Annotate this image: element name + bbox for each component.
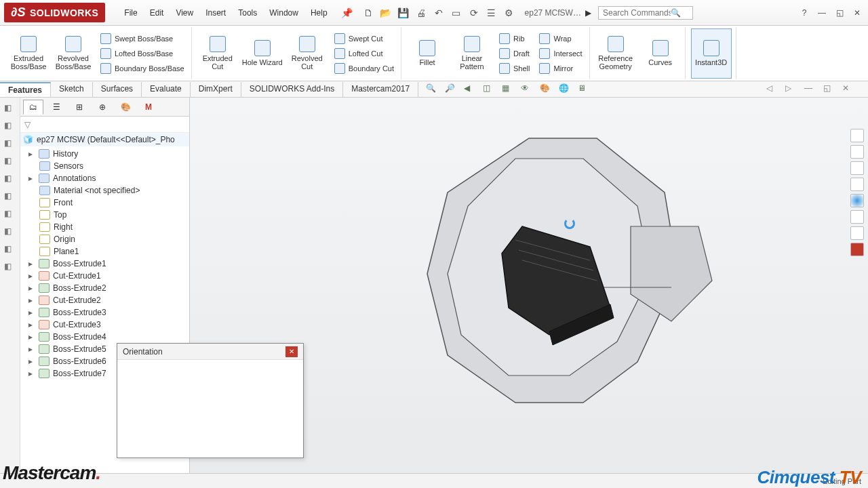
- tree-filter[interactable]: ▽: [20, 117, 189, 133]
- play-icon[interactable]: ▶: [585, 8, 591, 18]
- tree-item[interactable]: Plane1: [20, 245, 189, 258]
- ribbon-button-small[interactable]: Boundary Cut: [332, 62, 397, 75]
- tree-item[interactable]: Front: [20, 197, 189, 209]
- home-view-icon[interactable]: [850, 129, 864, 142]
- rail-icon[interactable]: ◧: [4, 138, 16, 150]
- ribbon-button-small[interactable]: Swept Cut: [332, 32, 397, 45]
- menu-insert[interactable]: Insert: [200, 5, 231, 20]
- tree-tab-dim[interactable]: ⊕: [92, 100, 113, 115]
- search-input[interactable]: [603, 8, 671, 18]
- ribbon-button[interactable]: Revolved Cut: [287, 28, 328, 79]
- tree-item[interactable]: ▸Annotations: [20, 172, 189, 184]
- side-icon[interactable]: [850, 243, 864, 256]
- expand-icon[interactable]: ▸: [27, 344, 34, 354]
- menu-file[interactable]: File: [119, 5, 142, 20]
- rail-icon[interactable]: ◧: [4, 262, 16, 274]
- tree-item[interactable]: Right: [20, 221, 189, 233]
- tree-item[interactable]: ▸Cut-Extrude1: [20, 270, 189, 282]
- tree-item[interactable]: ▸Boss-Extrude4: [20, 331, 189, 343]
- iso-view-icon[interactable]: [850, 145, 864, 159]
- expand-icon[interactable]: ▸: [27, 320, 34, 329]
- tree-item[interactable]: ▸History: [20, 148, 189, 160]
- select-icon[interactable]: ▭: [450, 7, 462, 19]
- tree-item[interactable]: ▸Boss-Extrude1: [20, 258, 189, 270]
- menu-help[interactable]: Help: [305, 5, 333, 20]
- ribbon-button-small[interactable]: Lofted Cut: [332, 47, 397, 60]
- ribbon-button-small[interactable]: Draft: [496, 47, 532, 60]
- options-icon[interactable]: ☰: [486, 7, 498, 19]
- help-icon[interactable]: ?: [797, 7, 811, 19]
- tree-item[interactable]: ▸Cut-Extrude3: [20, 319, 189, 331]
- tree-root[interactable]: 🧊 ep27 MCfSW (Default<<Default>_Pho: [20, 133, 189, 146]
- rail-icon[interactable]: ◧: [4, 103, 16, 115]
- expand-icon[interactable]: ▸: [27, 369, 34, 378]
- tree-item[interactable]: Sensors: [20, 160, 189, 172]
- expand-icon[interactable]: ▸: [27, 332, 34, 342]
- ribbon-button-small[interactable]: Lofted Boss/Base: [98, 47, 187, 60]
- ribbon-button[interactable]: Reference Geometry: [595, 28, 636, 79]
- ribbon-button[interactable]: Hole Wizard: [242, 28, 283, 79]
- ribbon-button-small[interactable]: Wrap: [536, 32, 585, 45]
- ribbon-button-small[interactable]: Swept Boss/Base: [98, 32, 187, 45]
- menu-window[interactable]: Window: [264, 5, 304, 20]
- scene-icon[interactable]: 🌐: [559, 83, 571, 96]
- side-icon[interactable]: [850, 178, 864, 191]
- tab-mastercam2017[interactable]: Mastercam2017: [343, 82, 418, 97]
- ribbon-button[interactable]: Extruded Cut: [197, 28, 238, 79]
- tab-dimxpert[interactable]: DimXpert: [191, 82, 241, 97]
- rebuild-icon[interactable]: ⟳: [468, 7, 480, 19]
- ribbon-button[interactable]: Revolved Boss/Base: [53, 28, 94, 79]
- doc-next-icon[interactable]: ▷: [785, 83, 797, 96]
- tab-solidworks-add-ins[interactable]: SOLIDWORKS Add-Ins: [241, 82, 343, 97]
- search-box[interactable]: 🔍: [598, 6, 693, 20]
- section-icon[interactable]: ◫: [483, 83, 495, 96]
- rail-icon[interactable]: ◧: [4, 191, 16, 203]
- expand-icon[interactable]: ▸: [27, 174, 34, 183]
- doc-close-icon[interactable]: ✕: [842, 83, 854, 96]
- ribbon-button[interactable]: Fillet: [407, 28, 448, 79]
- side-icon[interactable]: [850, 226, 864, 240]
- tree-item[interactable]: Material <not specified>: [20, 184, 189, 197]
- menu-tools[interactable]: Tools: [233, 5, 262, 20]
- ribbon-button[interactable]: Instant3D: [691, 28, 732, 79]
- tree-item[interactable]: ▸Cut-Extrude2: [20, 294, 189, 306]
- pin-icon[interactable]: 📌: [341, 7, 353, 18]
- appearance-icon[interactable]: 🎨: [540, 83, 552, 96]
- settings-icon[interactable]: ⚙: [503, 7, 515, 19]
- save-icon[interactable]: 💾: [397, 7, 410, 19]
- rail-icon[interactable]: ◧: [4, 226, 16, 239]
- tree-tab-mc[interactable]: M: [138, 100, 159, 115]
- tab-evaluate[interactable]: Evaluate: [142, 82, 191, 97]
- menu-edit[interactable]: Edit: [144, 5, 170, 20]
- expand-icon[interactable]: ▸: [27, 308, 34, 317]
- rail-icon[interactable]: ◧: [4, 174, 16, 186]
- expand-icon[interactable]: ▸: [27, 259, 34, 268]
- display-icon[interactable]: ▦: [502, 83, 514, 96]
- doc-prev-icon[interactable]: ◁: [766, 83, 778, 96]
- open-icon[interactable]: 📂: [380, 7, 392, 19]
- dialog-header[interactable]: Orientation ✕: [117, 344, 303, 360]
- ribbon-button[interactable]: Curves: [640, 28, 681, 79]
- ribbon-button-small[interactable]: Intersect: [536, 47, 585, 60]
- tab-sketch[interactable]: Sketch: [51, 82, 93, 97]
- render-icon[interactable]: 🖥: [578, 83, 590, 96]
- ribbon-button-small[interactable]: Mirror: [536, 62, 585, 75]
- ribbon-button[interactable]: Extruded Boss/Base: [8, 28, 49, 79]
- expand-icon[interactable]: ▸: [27, 271, 34, 281]
- orientation-dialog[interactable]: Orientation ✕: [117, 343, 304, 458]
- search-icon[interactable]: 🔍: [671, 8, 681, 18]
- tree-tab-feature[interactable]: 🗂: [23, 100, 43, 115]
- side-icon[interactable]: [850, 194, 864, 207]
- rail-icon[interactable]: ◧: [4, 156, 16, 168]
- tree-tab-appear[interactable]: 🎨: [115, 100, 136, 115]
- new-icon[interactable]: 🗋: [362, 7, 374, 19]
- tree-item[interactable]: Top: [20, 209, 189, 221]
- tree-item[interactable]: Origin: [20, 233, 189, 245]
- ribbon-button[interactable]: Linear Pattern: [452, 28, 492, 79]
- doc-max-icon[interactable]: ◱: [823, 83, 835, 96]
- rail-icon[interactable]: ◧: [4, 244, 16, 256]
- prev-view-icon[interactable]: ◀: [464, 83, 476, 96]
- restore-icon[interactable]: ◱: [833, 7, 846, 19]
- rail-icon[interactable]: ◧: [4, 121, 16, 133]
- hide-icon[interactable]: 👁: [521, 83, 533, 96]
